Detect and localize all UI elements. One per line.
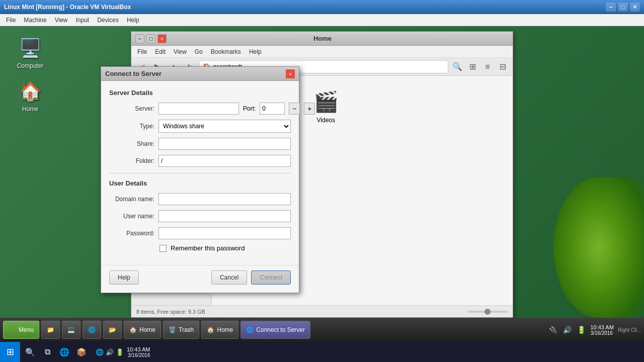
vm-display: 🖥️ Computer 🏠 Home − □ × Ho (0, 26, 644, 342)
server-label: Server: (109, 105, 154, 112)
windows-start-button[interactable]: ⊞ (0, 342, 20, 362)
trash-app-label: Trash (179, 326, 194, 333)
fm-statusbar: 8 items, Free space: 9.3 GB (131, 305, 513, 317)
taskbar-app-home[interactable]: 🏠 Home (124, 321, 161, 339)
taskbar-app-trash[interactable]: 🗑️ Trash (163, 321, 199, 339)
username-label: User name: (109, 213, 154, 220)
windows-date: 3/16/2016 (127, 352, 150, 358)
vbox-menu-devices[interactable]: Devices (93, 16, 123, 25)
password-label: Password: (109, 230, 154, 237)
fm-view-buttons: 🔍 ⊞ ≡ ⊟ (450, 60, 510, 74)
terminal-icon: 💻 (67, 326, 75, 333)
domain-input[interactable] (158, 193, 291, 205)
fm-menubar: File Edit View Go Bookmarks Help (131, 46, 513, 58)
fm-titlebar: − □ × Home (131, 32, 513, 46)
fm-search-button[interactable]: 🔍 (450, 60, 464, 74)
connect-to-server-dialog[interactable]: Connect to Server × Server Details Serve… (101, 66, 299, 293)
user-details-section-title: User Details (109, 179, 291, 187)
dialog-footer: Help Cancel Connect (101, 265, 299, 293)
username-input[interactable] (158, 210, 291, 222)
taskbar-app-home2[interactable]: 🏠 Home (201, 321, 238, 339)
fm-menu-go[interactable]: Go (191, 47, 207, 56)
vbox-close-button[interactable]: × (630, 3, 640, 12)
linux-taskbar-files-button[interactable]: 📁 (41, 321, 60, 339)
linux-taskbar-folder-button[interactable]: 📂 (103, 321, 122, 339)
domain-label: Domain name: (109, 196, 154, 203)
windows-time-display: 10:43 AM 3/16/2016 (127, 346, 150, 358)
dialog-titlebar: Connect to Server × (101, 67, 299, 81)
password-input[interactable] (158, 227, 291, 239)
fm-list-view-button[interactable]: ≡ (480, 60, 495, 74)
folder-row: Folder: (109, 155, 291, 167)
battery-win-icon: 🔋 (116, 348, 124, 356)
remember-password-checkbox[interactable] (159, 245, 167, 252)
linux-taskbar-browser-button[interactable]: 🌐 (83, 321, 101, 339)
linux-time: 10:43 AM (590, 324, 613, 330)
fm-icon-view-button[interactable]: ⊞ (465, 60, 479, 74)
taskbar-app-connect[interactable]: 🌐 Connect to Server (240, 321, 310, 339)
vbox-menu-help[interactable]: Help (123, 16, 143, 25)
windows-task-view-icon[interactable]: ⧉ (39, 344, 55, 360)
dialog-separator (109, 173, 291, 173)
fm-menu-file[interactable]: File (133, 47, 151, 56)
cancel-button[interactable]: Cancel (211, 270, 247, 285)
connect-button[interactable]: Connect (251, 270, 291, 285)
fm-maximize-button[interactable]: □ (146, 34, 155, 43)
type-row: Type: Windows share FTP (with login) Pub… (109, 120, 291, 133)
fm-title: Home (313, 35, 332, 42)
type-select[interactable]: Windows share FTP (with login) Public FT… (158, 120, 291, 133)
fm-zoom-slider[interactable] (467, 311, 508, 313)
vbox-menu-file[interactable]: File (2, 16, 20, 25)
home-icon: 🏠 (18, 79, 42, 104)
fm-zoom-control[interactable] (467, 311, 508, 313)
home-app-icon: 🏠 (129, 326, 137, 333)
folder-input[interactable] (158, 155, 291, 167)
windows-chrome-icon[interactable]: 🌐 (56, 344, 72, 360)
share-input[interactable] (158, 138, 291, 150)
help-button[interactable]: Help (109, 270, 139, 285)
vbox-title: Linux Mint [Running] - Oracle VM Virtual… (4, 4, 131, 11)
fm-status-text: 8 items, Free space: 9.3 GB (136, 309, 205, 315)
fm-menu-help[interactable]: Help (245, 47, 266, 56)
password-row: Password: (109, 227, 291, 239)
fm-compact-view-button[interactable]: ⊟ (496, 60, 510, 74)
server-details-section-title: Server Details (109, 89, 291, 97)
fm-menu-edit[interactable]: Edit (151, 47, 170, 56)
fm-menu-bookmarks[interactable]: Bookmarks (207, 47, 245, 56)
vbox-menu-input[interactable]: Input (72, 16, 94, 25)
home-app-label: Home (139, 326, 155, 333)
network-status-icon: 🔌 (548, 325, 558, 335)
vbox-menu-machine[interactable]: Machine (20, 16, 50, 25)
linux-menu-icon: 🌿 (9, 326, 16, 333)
connect-app-label: Connect to Server (256, 326, 305, 333)
port-minus-button[interactable]: − (289, 103, 300, 115)
windows-search-icon[interactable]: 🔍 (22, 344, 38, 360)
linux-taskbar: 🌿 Menu 📁 💻 🌐 📂 🏠 Home (0, 318, 644, 342)
network-icon: 🌐 (96, 348, 104, 356)
vbox-menu-view[interactable]: View (51, 16, 72, 25)
server-input[interactable] (158, 103, 239, 115)
computer-label: Computer (17, 62, 44, 69)
virtualbox-window: Linux Mint [Running] - Oracle VM Virtual… (0, 0, 644, 342)
fm-close-button[interactable]: × (157, 34, 167, 43)
linux-menu-button[interactable]: 🌿 Menu (3, 321, 39, 339)
videos-folder-label: Videos (317, 117, 335, 124)
port-input[interactable] (260, 103, 285, 115)
sound-icon: 🔊 (562, 325, 572, 335)
desktop-icon-computer[interactable]: 🖥️ Computer (10, 36, 50, 69)
files-icon: 📁 (47, 326, 54, 333)
desktop-icon-home[interactable]: 🏠 Home (10, 79, 50, 113)
vbox-maximize-button[interactable]: □ (618, 3, 628, 12)
windows-system-icons: 🌐 🔊 🔋 (96, 348, 124, 356)
home2-app-icon: 🏠 (207, 326, 214, 333)
vbox-minimize-button[interactable]: − (606, 3, 616, 12)
fm-menu-view[interactable]: View (170, 47, 191, 56)
fm-minimize-button[interactable]: − (135, 34, 144, 43)
windows-vbox-icon[interactable]: 📦 (73, 344, 90, 360)
port-plus-button[interactable]: + (304, 103, 315, 115)
dialog-close-button[interactable]: × (286, 69, 295, 78)
fm-titlebar-buttons: − □ × (135, 34, 167, 43)
linux-taskbar-terminal-button[interactable]: 💻 (62, 321, 80, 339)
windows-taskbar-icons: 🔍 ⧉ 🌐 📦 (20, 344, 92, 360)
dialog-title: Connect to Server (105, 70, 162, 77)
